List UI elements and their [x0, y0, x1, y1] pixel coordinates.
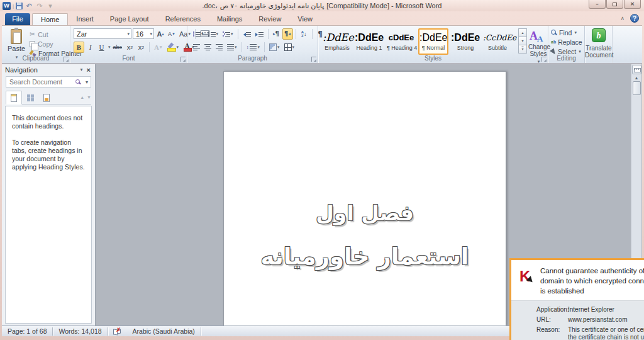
bullets-button[interactable]: ▾ — [191, 28, 206, 40]
language-status[interactable]: Arabic (Saudi Arabia) — [127, 326, 201, 337]
align-right-icon — [216, 43, 223, 52]
style-emphasis[interactable]: :DdEe Emphasis — [322, 28, 352, 55]
styles-dialog-launcher[interactable] — [541, 57, 547, 62]
proofing-errors-icon[interactable] — [113, 328, 122, 335]
font-family-combo[interactable]: Zar ▾ — [74, 28, 131, 39]
strikethrough-button[interactable]: abc — [111, 42, 125, 53]
font-size-dropdown-icon[interactable]: ▾ — [150, 31, 152, 37]
bullets-icon — [193, 31, 201, 38]
underline-button[interactable]: U — [96, 42, 107, 53]
font-size-combo[interactable]: 16 ▾ — [133, 28, 154, 39]
font-dialog-launcher[interactable] — [180, 57, 186, 62]
restore-button[interactable] — [606, 0, 623, 9]
italic-button[interactable]: I — [85, 42, 96, 53]
style-heading4[interactable]: cDdEe ¶ Heading 4 — [386, 28, 416, 55]
style-subtitle[interactable]: :CcDdEe Subtitle — [482, 28, 513, 55]
document-heading-1[interactable]: فصل اول — [224, 201, 506, 225]
grow-font-button[interactable]: A▴ — [155, 28, 165, 39]
rtl-direction-button[interactable]: ¶◂ — [282, 28, 293, 40]
navigation-close-icon[interactable]: × — [86, 66, 92, 74]
browse-pages-tab[interactable] — [22, 91, 38, 105]
line-spacing-button[interactable]: ↕▾ — [245, 42, 262, 53]
next-heading-icon[interactable]: ▼ — [87, 95, 91, 99]
shrink-font-button[interactable]: A▼ — [167, 28, 177, 39]
style-normal[interactable]: :DdEe ¶ Normal — [418, 28, 448, 55]
align-right-button[interactable] — [214, 42, 225, 53]
search-icon[interactable] — [75, 79, 81, 85]
tab-file[interactable]: File — [5, 13, 30, 25]
style-heading1[interactable]: :DdEe Heading 1 — [354, 28, 384, 55]
paragraph-separator6 — [264, 42, 265, 52]
page-count-status[interactable]: Page: 1 of 68 — [2, 326, 52, 337]
help-button[interactable]: ? — [630, 14, 639, 23]
navigation-options-icon[interactable]: ▾ — [78, 67, 86, 72]
styles-scroll-down[interactable]: ▾ — [518, 37, 527, 45]
font-group-label: Font — [70, 55, 187, 62]
search-input[interactable] — [6, 78, 75, 86]
style-name: Emphasis — [323, 45, 352, 51]
ribbon-tab-row: File Home Insert Page Layout References … — [2, 11, 642, 25]
borders-button[interactable]: ▾ — [282, 42, 297, 53]
justify-icon — [227, 43, 234, 52]
tab-mailings[interactable]: Mailings — [209, 13, 250, 25]
sort-button[interactable]: AZ↓ — [299, 28, 309, 40]
search-options-icon[interactable]: ▾ — [83, 79, 91, 85]
numbering-dropdown-icon: ▾ — [216, 31, 219, 37]
find-dropdown-icon: ▾ — [574, 30, 577, 35]
view-ruler-toggle[interactable] — [632, 65, 641, 74]
change-styles-icon: AA — [528, 28, 548, 43]
shading-button[interactable]: ▾ — [267, 42, 282, 53]
text-effects-button[interactable]: A▾ — [152, 42, 164, 53]
multilevel-dropdown-icon: ▾ — [231, 31, 233, 37]
styles-gallery-more[interactable]: ▾ — [518, 45, 527, 54]
ltr-direction-button[interactable]: ▸¶ — [271, 28, 282, 40]
align-left-button[interactable] — [191, 42, 202, 53]
font-family-dropdown-icon[interactable]: ▾ — [127, 31, 130, 37]
navigation-prev-next: ▲ ▼ — [80, 91, 91, 104]
scrollbar-thumb[interactable] — [633, 81, 641, 95]
bold-button[interactable]: B — [74, 42, 84, 53]
tab-view[interactable]: View — [289, 13, 321, 25]
paste-icon — [11, 29, 22, 44]
scroll-up-icon[interactable]: ▲ — [633, 76, 641, 80]
document-heading-2[interactable]: استعمار خاورمیانه — [224, 243, 506, 270]
close-button[interactable]: × — [624, 0, 641, 9]
decrease-indent-button[interactable] — [241, 28, 253, 40]
browse-results-tab[interactable] — [38, 91, 55, 105]
tab-insert[interactable]: Insert — [68, 13, 102, 25]
browse-headings-tab[interactable] — [6, 91, 22, 105]
style-strong[interactable]: :DdEe Strong — [450, 28, 480, 55]
document-page[interactable]: فصل اول استعمار خاورمیانه — [223, 71, 506, 326]
translate-document-button[interactable]: b Translate Document — [585, 27, 613, 59]
minimize-ribbon-icon[interactable]: ∧ — [620, 15, 625, 21]
word-count-status[interactable]: Words: 14,018 — [53, 326, 107, 337]
replace-button[interactable]: ab Replace — [551, 38, 582, 46]
group-editing: Find ▾ ab Replace Select ▾ Editing — [548, 26, 585, 63]
styles-scroll-up[interactable]: ▴ — [518, 28, 527, 37]
tab-references[interactable]: References — [157, 13, 209, 25]
superscript-button[interactable]: x2 — [136, 42, 147, 53]
subscript-button[interactable]: x2 — [125, 42, 135, 53]
multilevel-list-button[interactable]: ▾ — [221, 28, 235, 40]
find-button[interactable]: Find ▾ — [551, 29, 582, 37]
tab-home[interactable]: Home — [32, 13, 68, 25]
window-title: .doc،پایان نامه ایدئولوژی خاورمیانه ۷۰ ص… — [0, 0, 644, 11]
superscript-mark: 2 — [142, 45, 144, 50]
increase-indent-button[interactable] — [253, 28, 265, 40]
paragraph-dialog-launcher[interactable] — [311, 57, 316, 62]
editing-buttons: Find ▾ ab Replace Select ▾ — [551, 29, 582, 55]
tab-page-layout[interactable]: Page Layout — [102, 13, 157, 25]
align-center-button[interactable] — [203, 42, 213, 53]
justify-button[interactable]: ▾ — [225, 42, 239, 53]
previous-heading-icon[interactable]: ▲ — [80, 95, 84, 99]
style-preview: :DdEe — [355, 31, 384, 45]
highlight-button[interactable]: ▾ — [165, 42, 181, 53]
numbering-button[interactable]: ▾ — [206, 28, 221, 40]
borders-icon — [284, 43, 292, 51]
navigation-search-box[interactable]: ▾ — [6, 76, 91, 88]
popup-reason-line1: This certificate or one of certificates … — [568, 326, 644, 333]
underline-dropdown-icon[interactable]: ▾ — [108, 45, 111, 50]
tab-review[interactable]: Review — [250, 13, 289, 25]
minimize-button[interactable]: – — [589, 0, 606, 9]
clipboard-dialog-launcher[interactable] — [64, 57, 69, 62]
